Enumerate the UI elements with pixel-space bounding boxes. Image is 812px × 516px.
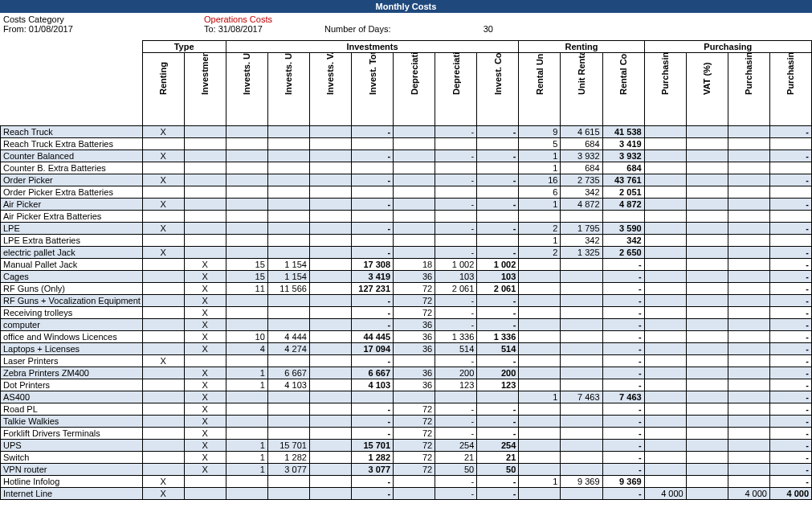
cell — [686, 138, 728, 150]
cell — [561, 295, 602, 307]
cell — [686, 199, 728, 211]
cell — [686, 416, 728, 428]
cell — [226, 223, 267, 235]
cell: - — [477, 476, 519, 488]
cell — [728, 186, 769, 199]
cell — [644, 162, 686, 174]
cell: 342 — [602, 235, 644, 247]
cell — [309, 271, 351, 283]
cell — [184, 247, 226, 259]
cell — [644, 211, 686, 223]
cell — [728, 271, 769, 283]
cell: - — [602, 440, 644, 452]
cell — [394, 235, 435, 247]
table-row: Reach TruckX---94 61541 538- — [1, 126, 812, 138]
cell — [309, 379, 351, 391]
cell: - — [477, 428, 519, 440]
cell: - — [602, 452, 644, 464]
cell — [686, 403, 728, 416]
cell: X — [184, 271, 226, 283]
cell: 684 — [561, 162, 602, 174]
cell: - — [602, 319, 644, 331]
cell — [561, 379, 602, 391]
cell: X — [142, 223, 184, 235]
cell — [561, 428, 602, 440]
cell: 21 — [435, 452, 477, 464]
table-row: Air Picker Extra Batteries — [1, 211, 812, 223]
cell: - — [602, 403, 644, 416]
table-row: Laptops + LicensesX44 27417 09436514514-… — [1, 343, 812, 355]
cell — [184, 223, 226, 235]
cell: 3 419 — [602, 138, 644, 150]
cell — [686, 259, 728, 271]
cell — [309, 174, 351, 186]
cell: - — [477, 488, 519, 500]
cell: Counter B. Extra Batteries — [1, 162, 143, 174]
cell — [309, 367, 351, 379]
cell — [728, 259, 769, 271]
cell: 3 932 — [561, 150, 602, 162]
cell — [519, 271, 561, 283]
table-row: Forklift Drivers TerminalsX-72---- — [1, 428, 812, 440]
cell: - — [602, 428, 644, 440]
cell: - — [435, 199, 477, 211]
cell: 15 — [226, 271, 267, 283]
cell: Reach Truck Extra Batteries — [1, 138, 143, 150]
cell: 1 002 — [435, 259, 477, 271]
cell — [394, 247, 435, 259]
cell: - — [602, 367, 644, 379]
cell: - — [769, 391, 811, 403]
cell — [728, 307, 769, 319]
cell: - — [602, 307, 644, 319]
cell — [309, 488, 351, 500]
cell — [267, 162, 309, 174]
cell: 72 — [394, 307, 435, 319]
cell: - — [602, 271, 644, 283]
cell: 1 — [519, 476, 561, 488]
cell: Zebra Printers ZM400 — [1, 367, 143, 379]
column-header-row: RentingInvestmentInvests. UnitsInvests. … — [1, 53, 812, 126]
cell — [309, 440, 351, 452]
cell — [309, 403, 351, 416]
table-row: UPSX115 70115 70172254254-- — [1, 440, 812, 452]
cell — [226, 247, 267, 259]
cell: - — [351, 428, 393, 440]
cell — [226, 488, 267, 500]
cell — [435, 186, 477, 199]
cell: - — [477, 416, 519, 428]
table-row: Order PickerX---162 73543 761- — [1, 174, 812, 186]
cell: 4 000 — [728, 488, 769, 500]
cell: 11 566 — [267, 283, 309, 295]
costs-table: Type Investments Renting Purchasing Rent… — [0, 40, 812, 500]
to-label: To: 31/08/2017 — [204, 24, 324, 34]
cell — [728, 174, 769, 186]
cell — [184, 138, 226, 150]
cell: 36 — [394, 379, 435, 391]
cell: - — [769, 379, 811, 391]
cell: - — [351, 247, 393, 259]
cell: - — [351, 403, 393, 416]
cell — [309, 391, 351, 403]
cell — [477, 138, 519, 150]
cell: 36 — [394, 367, 435, 379]
cell — [686, 464, 728, 476]
cell — [519, 379, 561, 391]
cell — [686, 428, 728, 440]
cell — [309, 283, 351, 295]
cell: computer — [1, 319, 143, 331]
cell: RF Guns (Only) — [1, 283, 143, 295]
cell — [686, 355, 728, 367]
cell — [351, 186, 393, 199]
cell — [728, 355, 769, 367]
col-header: Depreciation Cost per month — [435, 53, 477, 126]
cell — [309, 259, 351, 271]
cell — [435, 138, 477, 150]
cell — [728, 331, 769, 343]
table-row: Receiving trolleysX-72---- — [1, 307, 812, 319]
cell — [644, 199, 686, 211]
cell: 4 444 — [267, 331, 309, 343]
cell: 72 — [394, 440, 435, 452]
cell — [686, 223, 728, 235]
cell — [309, 319, 351, 331]
cell — [561, 488, 602, 500]
